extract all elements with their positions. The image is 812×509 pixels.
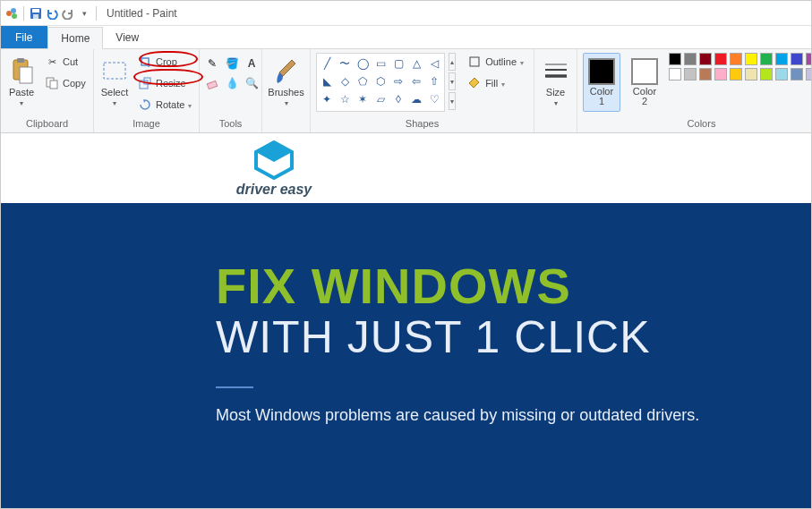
magnifier-icon[interactable]: 🔍 (244, 76, 259, 90)
group-tools: ✎ 🪣 A 💧 🔍 Tools (200, 49, 262, 132)
bucket-icon[interactable]: 🪣 (225, 56, 239, 71)
size-button[interactable]: Size (540, 53, 571, 112)
select-button[interactable]: Select (99, 53, 130, 112)
palette-swatch[interactable] (684, 53, 697, 65)
palette-swatch[interactable] (669, 68, 681, 81)
scissors-icon: ✂ (45, 55, 59, 69)
tab-view[interactable]: View (103, 26, 152, 48)
shape-cloud-icon[interactable]: ☁ (408, 91, 424, 107)
color1-label: Color 1 (590, 87, 613, 106)
separator (96, 6, 97, 21)
shape-line-icon[interactable]: ╱ (319, 55, 335, 72)
group-label-image: Image (99, 116, 193, 132)
pencil-icon[interactable]: ✎ (205, 56, 219, 71)
palette-swatch[interactable] (714, 68, 727, 81)
shape-pentagon-icon[interactable]: ⬠ (355, 73, 371, 89)
palette-swatch[interactable] (699, 68, 712, 81)
shape-star6-icon[interactable]: ✶ (355, 91, 371, 107)
group-label-shapes: Shapes (316, 116, 528, 132)
copy-button[interactable]: Copy (40, 74, 90, 92)
color2-button[interactable]: Color 2 (626, 53, 663, 112)
palette-swatch[interactable] (745, 53, 757, 65)
shape-callout2-icon[interactable]: ◊ (390, 91, 406, 107)
gallery-up-icon[interactable]: ▴ (449, 53, 456, 71)
rotate-button[interactable]: Rotate (133, 96, 196, 114)
cut-button[interactable]: ✂ Cut (40, 53, 90, 71)
eyedropper-icon[interactable]: 💧 (225, 76, 239, 90)
canvas-area[interactable]: driver easy FIX WINDOWS WITH JUST 1 CLIC… (1, 133, 811, 509)
fill-button[interactable]: Fill (463, 74, 528, 92)
color1-button[interactable]: Color 1 (583, 53, 620, 112)
shape-rect-icon[interactable]: ▭ (372, 55, 389, 72)
palette-swatch[interactable] (730, 53, 742, 65)
palette-swatch[interactable] (791, 68, 803, 81)
palette-swatch[interactable] (669, 53, 681, 65)
svg-marker-20 (256, 142, 292, 162)
shape-callout1-icon[interactable]: ▱ (372, 91, 389, 107)
undo-icon[interactable] (45, 6, 59, 21)
gallery-down-icon[interactable]: ▾ (449, 72, 456, 90)
shape-arrowu-icon[interactable]: ⇧ (426, 73, 442, 89)
save-icon[interactable] (29, 6, 43, 21)
shape-arrowr-icon[interactable]: ⇨ (390, 73, 406, 89)
resize-button[interactable]: Resize (133, 74, 196, 92)
crop-icon (138, 55, 152, 69)
svg-rect-8 (20, 67, 32, 83)
ribbon: Paste ✂ Cut Copy Clipboard (1, 49, 811, 133)
palette-swatch[interactable] (775, 68, 788, 81)
copy-label: Copy (63, 78, 86, 89)
separator (23, 6, 24, 21)
palette-swatch[interactable] (806, 68, 812, 81)
svg-rect-10 (50, 81, 57, 89)
shape-roundrect-icon[interactable]: ▢ (390, 55, 406, 72)
canvas-content: driver easy FIX WINDOWS WITH JUST 1 CLIC… (1, 133, 811, 509)
shape-diamond-icon[interactable]: ◇ (337, 73, 353, 89)
brushes-button[interactable]: Brushes (267, 53, 304, 112)
palette-swatch[interactable] (730, 68, 742, 81)
shape-star4-icon[interactable]: ✦ (319, 91, 335, 107)
color2-swatch (631, 58, 658, 85)
paste-button[interactable]: Paste (6, 53, 37, 112)
svg-rect-5 (33, 14, 38, 19)
shape-righttri-icon[interactable]: ◣ (319, 73, 335, 89)
shape-star5-icon[interactable]: ☆ (337, 91, 353, 107)
shape-triangle-icon[interactable]: ◁ (426, 55, 442, 72)
svg-rect-11 (104, 63, 125, 79)
eraser-icon[interactable] (205, 76, 219, 90)
palette-swatch[interactable] (760, 53, 773, 65)
gallery-more-icon[interactable]: ▾ (449, 92, 456, 110)
palette-swatch[interactable] (806, 53, 812, 65)
group-label-tools: Tools (205, 116, 256, 132)
palette-swatch[interactable] (714, 53, 727, 65)
palette-swatch[interactable] (745, 68, 757, 81)
shape-curve-icon[interactable]: 〜 (337, 55, 353, 72)
palette-swatch[interactable] (791, 53, 803, 65)
select-icon (100, 57, 129, 86)
hero-heading-2: WITH JUST 1 CLICK (216, 311, 811, 363)
shape-polygon-icon[interactable]: △ (408, 55, 424, 72)
shape-hexagon-icon[interactable]: ⬡ (372, 73, 389, 89)
chevron-down-icon (20, 99, 23, 107)
qat-customize-icon[interactable]: ▾ (77, 6, 91, 21)
palette-swatch[interactable] (684, 68, 697, 81)
group-colors: Color 1 Color 2 Colors (577, 49, 812, 132)
tab-home[interactable]: Home (47, 27, 103, 49)
shape-oval-icon[interactable]: ◯ (355, 55, 371, 72)
outline-button[interactable]: Outline (463, 53, 528, 71)
color1-swatch (588, 58, 615, 85)
crop-label: Crop (156, 56, 177, 67)
crop-button[interactable]: Crop (133, 53, 196, 71)
palette-swatch[interactable] (760, 68, 773, 81)
shapes-gallery[interactable]: ╱ 〜 ◯ ▭ ▢ △ ◁ ◣ ◇ ⬠ ⬡ ⇨ ⇦ ⇧ ✦ ☆ ✶ ▱ ◊ ☁ (316, 53, 445, 112)
group-label-clipboard: Clipboard (6, 116, 88, 132)
palette-swatch[interactable] (699, 53, 712, 65)
shape-heart-icon[interactable]: ♡ (426, 91, 442, 107)
hero-heading-1: FIX WINDOWS (216, 257, 811, 315)
redo-icon[interactable] (61, 6, 75, 21)
shape-arrowl-icon[interactable]: ⇦ (408, 73, 424, 89)
palette-swatch[interactable] (775, 53, 788, 65)
title-bar: ▾ Untitled - Paint (1, 1, 811, 26)
tab-file[interactable]: File (1, 26, 47, 48)
text-icon[interactable]: A (244, 56, 259, 71)
logo-band: driver easy (1, 133, 811, 203)
